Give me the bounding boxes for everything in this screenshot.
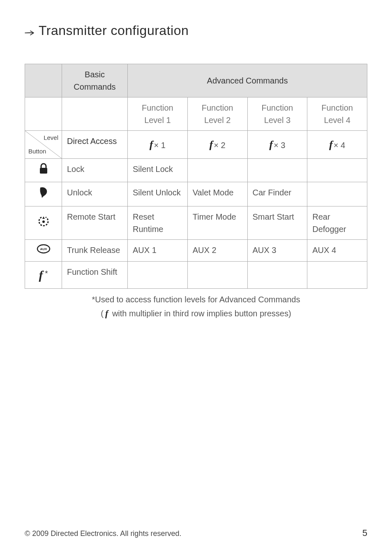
cell-l3: Smart Start	[247, 206, 307, 240]
cell-basic: Lock	[62, 159, 128, 182]
subheader-level-3: Function Level 3	[247, 97, 307, 131]
cell-l3	[247, 159, 307, 182]
corner-cell: Level Button	[25, 131, 62, 159]
cell-basic: Unlock	[62, 182, 128, 206]
cell-l3: Car Finder	[247, 182, 307, 206]
multiplier-2: f× 2	[187, 131, 247, 159]
multiplier-4: f× 4	[307, 131, 367, 159]
cell-l4	[307, 262, 367, 289]
cell-l2: Valet Mode	[187, 182, 247, 206]
copyright-text: © 2009 Directed Electronics. All rights …	[25, 529, 181, 538]
footnotes: *Used to access function levels for Adva…	[25, 293, 367, 320]
lock-icon	[25, 159, 62, 182]
cell-l2	[187, 159, 247, 182]
remote-start-icon	[25, 206, 62, 240]
arrow-icon	[25, 24, 35, 39]
cell-l1: AUX 1	[128, 240, 188, 262]
header-empty	[25, 64, 62, 97]
unlock-icon	[25, 182, 62, 206]
subheader-empty-1	[25, 97, 62, 131]
cell-l4	[307, 159, 367, 182]
cell-l1	[128, 262, 188, 289]
cell-l2: AUX 2	[187, 240, 247, 262]
table-row: f * Function Shift	[25, 262, 367, 289]
transmitter-config-table: Basic Commands Advanced Commands Functio…	[25, 64, 367, 289]
subheader-level-4: Function Level 4	[307, 97, 367, 131]
table-row: AUX Trunk Release AUX 1 AUX 2 AUX 3 AUX …	[25, 240, 367, 262]
page-title: Transmitter configuration	[25, 23, 367, 39]
cell-basic: Trunk Release	[62, 240, 128, 262]
svg-rect-1	[40, 168, 47, 174]
svg-point-2	[42, 220, 45, 223]
aux-icon: AUX	[25, 240, 62, 262]
footnote-2: (f with multiplier in third row implies …	[25, 306, 367, 320]
multiplier-1: f× 1	[128, 131, 188, 159]
cell-l3	[247, 262, 307, 289]
cell-l2: Timer Mode	[187, 206, 247, 240]
f-icon: f	[105, 308, 108, 318]
cell-basic: Function Shift	[62, 262, 128, 289]
cell-basic: Remote Start	[62, 206, 128, 240]
table-row: Remote Start Reset Runtime Timer Mode Sm…	[25, 206, 367, 240]
header-basic: Basic Commands	[62, 64, 128, 97]
cell-l1: Silent Lock	[128, 159, 188, 182]
page-number: 5	[362, 528, 367, 538]
subheader-empty-2	[62, 97, 128, 131]
table-row: Lock Silent Lock	[25, 159, 367, 182]
table-row: Unlock Silent Unlock Valet Mode Car Find…	[25, 182, 367, 206]
cell-l1: Reset Runtime	[128, 206, 188, 240]
corner-bottom-label: Button	[28, 147, 46, 156]
header-advanced: Advanced Commands	[128, 64, 367, 97]
cell-l3: AUX 3	[247, 240, 307, 262]
page-footer: © 2009 Directed Electronics. All rights …	[25, 528, 367, 538]
svg-text:AUX: AUX	[40, 247, 47, 251]
heading-text: Transmitter configuration	[39, 23, 189, 38]
cell-l4	[307, 182, 367, 206]
function-shift-icon: f *	[25, 262, 62, 289]
cell-l4: Rear Defogger	[307, 206, 367, 240]
subheader-level-1: Function Level 1	[128, 97, 188, 131]
subheader-level-2: Function Level 2	[187, 97, 247, 131]
corner-top-label: Level	[44, 133, 58, 143]
cell-l1: Silent Unlock	[128, 182, 188, 206]
footnote-1: *Used to access function levels for Adva…	[25, 293, 367, 306]
direct-access-label: Direct Access	[62, 131, 128, 159]
cell-l4: AUX 4	[307, 240, 367, 262]
multiplier-3: f× 3	[247, 131, 307, 159]
cell-l2	[187, 262, 247, 289]
